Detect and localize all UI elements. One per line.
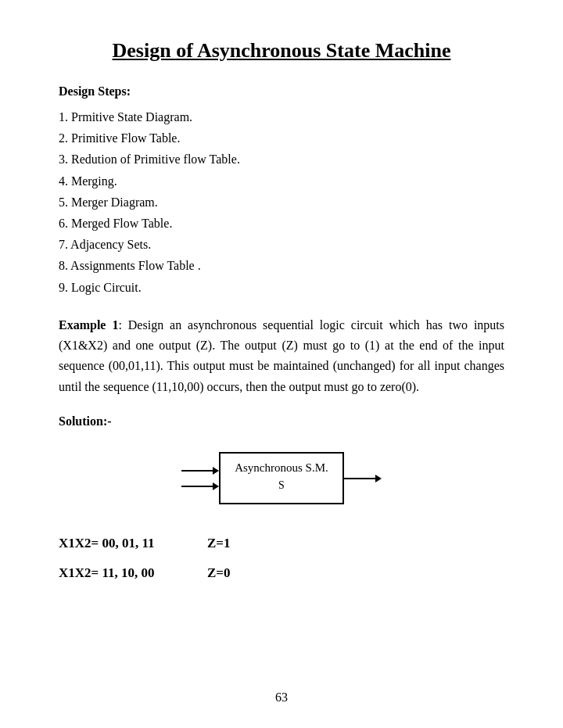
arrow-line-segment (181, 486, 213, 487)
block-diagram: Asynchronous S.M. S (59, 452, 504, 504)
arrow-line-2 (181, 482, 219, 490)
example-paragraph: Example 1: Design an asynchronous sequen… (59, 315, 504, 398)
io-value: Z=0 (207, 565, 231, 581)
step-item: 7. Adjacency Sets. (59, 234, 504, 255)
output-line-segment (344, 478, 375, 479)
example-label: Example 1 (59, 318, 118, 332)
step-item: 2. Primitive Flow Table. (59, 127, 504, 149)
io-row: X1X2= 00, 01, 11Z=1 (59, 536, 504, 551)
box-title: Asynchronous S.M. (230, 461, 333, 475)
io-value: Z=1 (207, 536, 231, 551)
arrow-line-1 (181, 467, 219, 475)
page: Design of Asynchronous State Machine Des… (0, 0, 563, 728)
design-steps-label: Design Steps: (59, 84, 504, 99)
io-row: X1X2= 11, 10, 00Z=0 (59, 565, 504, 581)
page-number: 63 (0, 690, 563, 705)
output-arrow (344, 475, 382, 482)
arrowhead-icon (213, 467, 219, 475)
solution-label: Solution:- (59, 414, 504, 429)
arrow-line-segment (181, 470, 213, 472)
step-item: 5. Merger Diagram. (59, 192, 504, 213)
steps-list: 1. Prmitive State Diagram.2. Primitive F… (59, 106, 504, 298)
page-title: Design of Asynchronous State Machine (59, 39, 504, 63)
state-machine-box: Asynchronous S.M. S (219, 452, 344, 504)
io-label: X1X2= 11, 10, 00 (59, 565, 207, 581)
step-item: 8. Assignments Flow Table . (59, 255, 504, 276)
io-section: X1X2= 00, 01, 11Z=1X1X2= 11, 10, 00Z=0 (59, 536, 504, 581)
arrowhead-icon (213, 482, 219, 490)
step-item: 6. Merged Flow Table. (59, 213, 504, 234)
input-arrows (181, 467, 219, 490)
box-subtitle: S (230, 479, 333, 492)
example-text: : Design an asynchronous sequential logi… (59, 318, 504, 393)
step-item: 1. Prmitive State Diagram. (59, 106, 504, 127)
io-label: X1X2= 00, 01, 11 (59, 536, 207, 551)
step-item: 3. Redution of Primitive flow Table. (59, 149, 504, 170)
step-item: 9. Logic Circuit. (59, 277, 504, 298)
output-arrowhead-icon (375, 475, 382, 482)
step-item: 4. Merging. (59, 170, 504, 192)
